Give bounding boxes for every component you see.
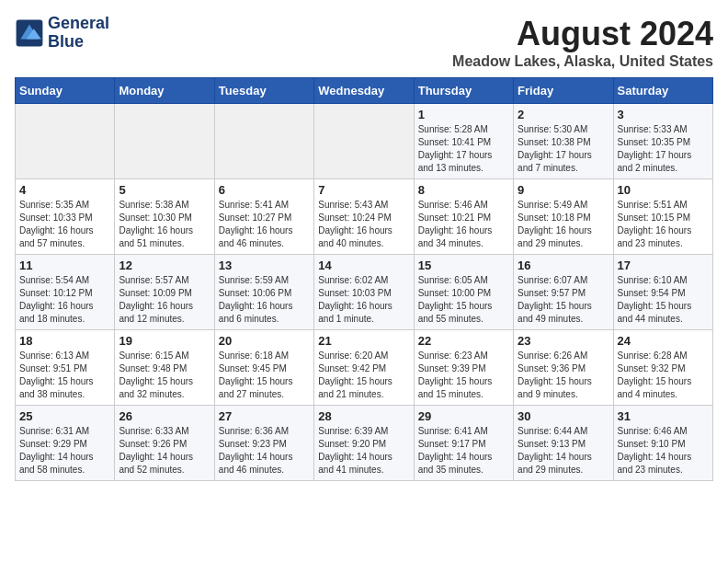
header-cell-sunday: Sunday (16, 78, 115, 104)
day-number: 27 (219, 409, 310, 423)
day-number: 2 (518, 108, 609, 121)
header-cell-thursday: Thursday (414, 78, 513, 104)
week-row-1: 1Sunrise: 5:28 AM Sunset: 10:41 PM Dayli… (16, 104, 713, 179)
day-cell: 25Sunrise: 6:31 AM Sunset: 9:29 PM Dayli… (16, 406, 115, 481)
day-info: Sunrise: 5:41 AM Sunset: 10:27 PM Daylig… (219, 199, 310, 250)
logo: General Blue (15, 15, 109, 52)
day-number: 22 (418, 334, 509, 348)
day-cell: 3Sunrise: 5:33 AM Sunset: 10:35 PM Dayli… (613, 104, 712, 179)
day-info: Sunrise: 5:54 AM Sunset: 10:12 PM Daylig… (19, 274, 110, 326)
title-section: August 2024 Meadow Lakes, Alaska, United… (452, 15, 713, 70)
day-number: 25 (19, 409, 110, 423)
main-title: August 2024 (452, 15, 713, 53)
day-cell: 16Sunrise: 6:07 AM Sunset: 9:57 PM Dayli… (514, 255, 613, 330)
day-cell: 30Sunrise: 6:44 AM Sunset: 9:13 PM Dayli… (514, 406, 613, 481)
day-cell: 10Sunrise: 5:51 AM Sunset: 10:15 PM Dayl… (613, 179, 712, 255)
day-info: Sunrise: 6:05 AM Sunset: 10:00 PM Daylig… (418, 274, 509, 326)
day-number: 10 (618, 183, 709, 197)
day-number: 7 (318, 183, 409, 197)
week-row-2: 4Sunrise: 5:35 AM Sunset: 10:33 PM Dayli… (16, 179, 713, 255)
day-number: 18 (19, 334, 110, 348)
day-info: Sunrise: 5:59 AM Sunset: 10:06 PM Daylig… (219, 274, 310, 326)
day-info: Sunrise: 6:36 AM Sunset: 9:23 PM Dayligh… (219, 425, 310, 477)
day-number: 4 (19, 183, 110, 197)
day-number: 15 (418, 259, 509, 272)
day-cell: 23Sunrise: 6:26 AM Sunset: 9:36 PM Dayli… (514, 330, 613, 406)
day-info: Sunrise: 6:44 AM Sunset: 9:13 PM Dayligh… (518, 425, 609, 477)
day-cell: 7Sunrise: 5:43 AM Sunset: 10:24 PM Dayli… (314, 179, 414, 255)
day-cell: 19Sunrise: 6:15 AM Sunset: 9:48 PM Dayli… (115, 330, 214, 406)
day-info: Sunrise: 6:20 AM Sunset: 9:42 PM Dayligh… (318, 350, 409, 401)
day-cell: 14Sunrise: 6:02 AM Sunset: 10:03 PM Dayl… (314, 255, 414, 330)
header-cell-friday: Friday (514, 78, 613, 104)
day-number: 20 (219, 334, 310, 348)
day-cell: 6Sunrise: 5:41 AM Sunset: 10:27 PM Dayli… (214, 179, 313, 255)
day-info: Sunrise: 5:49 AM Sunset: 10:18 PM Daylig… (518, 199, 609, 250)
logo-text: General Blue (48, 15, 109, 52)
logo-line2: Blue (48, 33, 109, 52)
day-cell: 24Sunrise: 6:28 AM Sunset: 9:32 PM Dayli… (613, 330, 712, 406)
day-info: Sunrise: 5:35 AM Sunset: 10:33 PM Daylig… (19, 199, 110, 250)
logo-icon (15, 18, 44, 48)
day-cell (16, 104, 115, 179)
day-cell: 12Sunrise: 5:57 AM Sunset: 10:09 PM Dayl… (115, 255, 214, 330)
day-info: Sunrise: 6:10 AM Sunset: 9:54 PM Dayligh… (618, 274, 709, 326)
day-info: Sunrise: 5:33 AM Sunset: 10:35 PM Daylig… (618, 123, 709, 175)
day-cell: 11Sunrise: 5:54 AM Sunset: 10:12 PM Dayl… (16, 255, 115, 330)
day-info: Sunrise: 6:33 AM Sunset: 9:26 PM Dayligh… (119, 425, 210, 477)
day-info: Sunrise: 5:30 AM Sunset: 10:38 PM Daylig… (518, 123, 609, 175)
logo-line1: General (48, 15, 109, 33)
day-info: Sunrise: 5:57 AM Sunset: 10:09 PM Daylig… (119, 274, 210, 326)
day-number: 3 (618, 108, 709, 121)
day-number: 16 (518, 259, 609, 272)
day-number: 31 (618, 409, 709, 423)
day-info: Sunrise: 6:13 AM Sunset: 9:51 PM Dayligh… (19, 350, 110, 401)
header-row: SundayMondayTuesdayWednesdayThursdayFrid… (16, 78, 713, 104)
day-cell: 4Sunrise: 5:35 AM Sunset: 10:33 PM Dayli… (16, 179, 115, 255)
day-number: 11 (19, 259, 110, 272)
day-cell: 1Sunrise: 5:28 AM Sunset: 10:41 PM Dayli… (414, 104, 513, 179)
day-cell: 27Sunrise: 6:36 AM Sunset: 9:23 PM Dayli… (214, 406, 313, 481)
day-cell: 31Sunrise: 6:46 AM Sunset: 9:10 PM Dayli… (613, 406, 712, 481)
day-info: Sunrise: 6:15 AM Sunset: 9:48 PM Dayligh… (119, 350, 210, 401)
day-cell: 21Sunrise: 6:20 AM Sunset: 9:42 PM Dayli… (314, 330, 414, 406)
day-number: 24 (618, 334, 709, 348)
subtitle: Meadow Lakes, Alaska, United States (452, 53, 713, 70)
day-cell: 26Sunrise: 6:33 AM Sunset: 9:26 PM Dayli… (115, 406, 214, 481)
day-info: Sunrise: 5:46 AM Sunset: 10:21 PM Daylig… (418, 199, 509, 250)
day-info: Sunrise: 6:02 AM Sunset: 10:03 PM Daylig… (318, 274, 409, 326)
day-info: Sunrise: 5:28 AM Sunset: 10:41 PM Daylig… (418, 123, 509, 175)
day-info: Sunrise: 5:51 AM Sunset: 10:15 PM Daylig… (618, 199, 709, 250)
day-number: 21 (318, 334, 409, 348)
week-row-3: 11Sunrise: 5:54 AM Sunset: 10:12 PM Dayl… (16, 255, 713, 330)
day-number: 9 (518, 183, 609, 197)
day-cell: 28Sunrise: 6:39 AM Sunset: 9:20 PM Dayli… (314, 406, 414, 481)
day-cell: 9Sunrise: 5:49 AM Sunset: 10:18 PM Dayli… (514, 179, 613, 255)
day-number: 8 (418, 183, 509, 197)
day-cell: 20Sunrise: 6:18 AM Sunset: 9:45 PM Dayli… (214, 330, 313, 406)
day-cell: 22Sunrise: 6:23 AM Sunset: 9:39 PM Dayli… (414, 330, 513, 406)
day-cell (115, 104, 214, 179)
day-number: 29 (418, 409, 509, 423)
day-info: Sunrise: 6:07 AM Sunset: 9:57 PM Dayligh… (518, 274, 609, 326)
header-cell-wednesday: Wednesday (314, 78, 414, 104)
day-cell: 18Sunrise: 6:13 AM Sunset: 9:51 PM Dayli… (16, 330, 115, 406)
day-number: 1 (418, 108, 509, 121)
week-row-4: 18Sunrise: 6:13 AM Sunset: 9:51 PM Dayli… (16, 330, 713, 406)
day-cell: 8Sunrise: 5:46 AM Sunset: 10:21 PM Dayli… (414, 179, 513, 255)
day-info: Sunrise: 6:31 AM Sunset: 9:29 PM Dayligh… (19, 425, 110, 477)
day-number: 14 (318, 259, 409, 272)
header-cell-saturday: Saturday (613, 78, 712, 104)
day-number: 28 (318, 409, 409, 423)
day-info: Sunrise: 6:41 AM Sunset: 9:17 PM Dayligh… (418, 425, 509, 477)
day-number: 17 (618, 259, 709, 272)
day-info: Sunrise: 6:28 AM Sunset: 9:32 PM Dayligh… (618, 350, 709, 401)
day-info: Sunrise: 5:43 AM Sunset: 10:24 PM Daylig… (318, 199, 409, 250)
header-cell-tuesday: Tuesday (214, 78, 313, 104)
day-number: 6 (219, 183, 310, 197)
day-number: 13 (219, 259, 310, 272)
calendar-table: SundayMondayTuesdayWednesdayThursdayFrid… (15, 77, 713, 481)
day-number: 26 (119, 409, 210, 423)
day-cell: 29Sunrise: 6:41 AM Sunset: 9:17 PM Dayli… (414, 406, 513, 481)
day-info: Sunrise: 6:46 AM Sunset: 9:10 PM Dayligh… (618, 425, 709, 477)
